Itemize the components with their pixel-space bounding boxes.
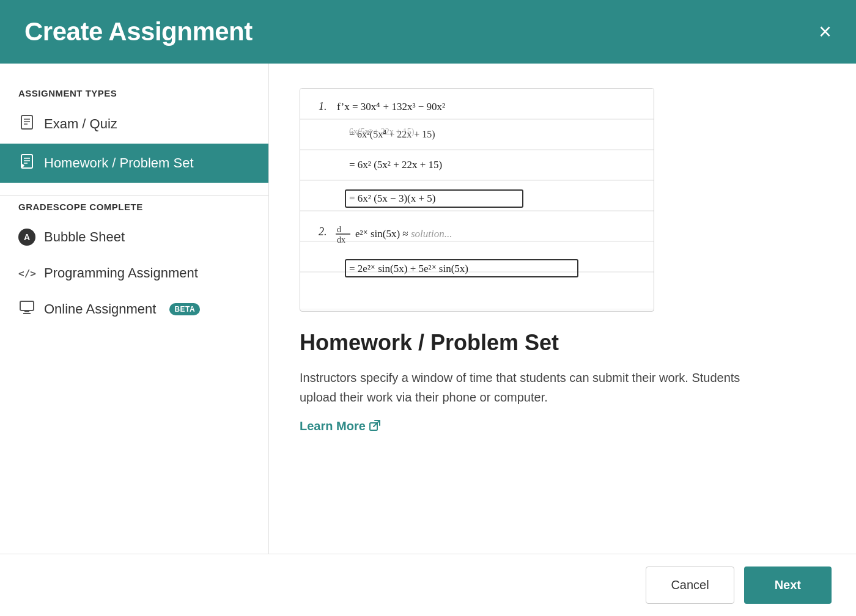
svg-text:e²ˣ sin(5x)  ≈  solution...: e²ˣ sin(5x) ≈ solution...: [355, 228, 452, 240]
exam-quiz-label: Exam / Quiz: [44, 116, 117, 132]
beta-badge: BETA: [169, 303, 200, 315]
programming-label: Programming Assignment: [44, 265, 198, 281]
cancel-button[interactable]: Cancel: [646, 566, 734, 604]
math-preview-image: 1. f’x = 30x⁴ + 132x³ − 90x² = 6x²(5x⁴ +…: [300, 88, 654, 312]
svg-rect-0: [21, 116, 32, 129]
external-link-icon: [369, 420, 380, 433]
online-label: Online Assignment: [44, 301, 156, 317]
close-button[interactable]: ×: [819, 21, 832, 43]
svg-text:6x(5x² + 22x + 15): 6x(5x² + 22x + 15): [349, 127, 415, 137]
content-description: Instructors specify a window of time tha…: [300, 368, 758, 407]
online-icon: [18, 301, 35, 318]
sidebar-item-online[interactable]: Online Assignment BETA: [0, 291, 268, 328]
sidebar-item-homework[interactable]: Homework / Problem Set: [0, 144, 268, 183]
programming-icon: </>: [18, 268, 35, 279]
svg-text:dx: dx: [337, 235, 345, 244]
sidebar: ASSIGNMENT TYPES Exam / Quiz: [0, 64, 269, 554]
sidebar-item-programming[interactable]: </> Programming Assignment: [0, 255, 268, 291]
modal-body: ASSIGNMENT TYPES Exam / Quiz: [0, 64, 856, 554]
modal-header: Create Assignment ×: [0, 0, 856, 64]
gradescope-complete-label: GRADESCOPE COMPLETE: [0, 202, 268, 212]
exam-quiz-icon: [18, 114, 35, 134]
svg-rect-8: [20, 301, 34, 310]
modal-footer: Cancel Next: [0, 554, 856, 616]
svg-text:1.: 1.: [319, 100, 327, 112]
svg-text:f’x = 30x⁴ + 132x³ − 90x²: f’x = 30x⁴ + 132x³ − 90x²: [337, 101, 445, 112]
sidebar-item-exam-quiz[interactable]: Exam / Quiz: [0, 105, 268, 144]
modal-title: Create Assignment: [24, 17, 253, 46]
sidebar-item-bubble-sheet[interactable]: A Bubble Sheet: [0, 218, 268, 255]
create-assignment-modal: Create Assignment × ASSIGNMENT TYPES Exa…: [0, 0, 856, 616]
svg-text:= 6x² (5x² + 22x + 15): = 6x² (5x² + 22x + 15): [349, 159, 442, 170]
homework-icon: [18, 153, 35, 173]
content-area: 1. f’x = 30x⁴ + 132x³ − 90x² = 6x²(5x⁴ +…: [269, 64, 856, 554]
bubble-sheet-icon: A: [18, 228, 35, 246]
content-title: Homework / Problem Set: [300, 330, 825, 356]
svg-text:d: d: [337, 225, 341, 234]
sidebar-divider: [0, 195, 268, 196]
bubble-sheet-label: Bubble Sheet: [44, 229, 125, 245]
svg-text:2.: 2.: [319, 226, 327, 238]
next-button[interactable]: Next: [744, 566, 832, 604]
homework-label: Homework / Problem Set: [44, 155, 194, 171]
learn-more-label: Learn More: [300, 419, 366, 433]
svg-text:= 2e²ˣ sin(5x) + 5e²ˣ sin(5x): = 2e²ˣ sin(5x) + 5e²ˣ sin(5x): [349, 263, 468, 274]
assignment-types-label: ASSIGNMENT TYPES: [0, 88, 268, 98]
learn-more-link[interactable]: Learn More: [300, 419, 380, 433]
svg-text:= 6x² (5x − 3)(x + 5): = 6x² (5x − 3)(x + 5): [349, 193, 436, 204]
